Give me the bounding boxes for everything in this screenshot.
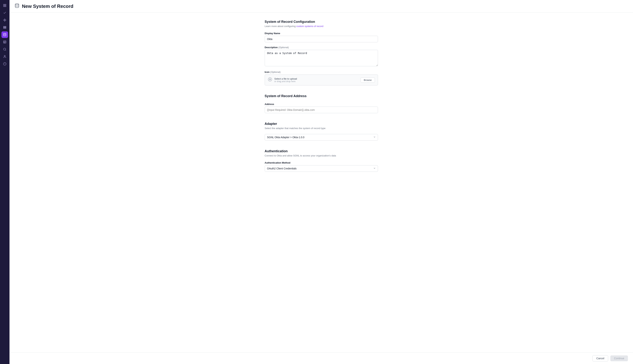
auth-method-select[interactable]: OAuth2 Client Credentials [265, 165, 378, 172]
svg-rect-0 [4, 4, 5, 5]
svg-point-4 [5, 20, 5, 20]
address-section-title: System of Record Address [265, 94, 378, 98]
sidebar-item-grid[interactable] [2, 2, 8, 9]
svg-point-5 [5, 19, 5, 19]
adapter-section-subtitle: Select the adapter that matches the syst… [265, 127, 378, 130]
sidebar-item-apps[interactable] [2, 17, 8, 23]
continue-button[interactable]: Continue [610, 356, 628, 361]
adapter-section: Adapter Select the adapter that matches … [265, 122, 378, 140]
description-field: Description (Optional) Okta as a System … [265, 46, 378, 67]
upload-icon [268, 77, 272, 83]
upload-text: Select a file to upload or drag and drop… [274, 78, 361, 83]
sidebar-item-search[interactable] [2, 46, 8, 52]
svg-point-19 [4, 55, 5, 56]
content-area: System of Record Configuration Learn mor… [10, 12, 633, 364]
adapter-select[interactable]: SGNL Okta Adapter > Okta-1.0.0 [265, 134, 378, 140]
upload-main-text: Select a file to upload [274, 78, 361, 80]
page-footer: Cancel Continue [10, 352, 633, 364]
icon-optional: (Optional) [270, 71, 281, 74]
main-panel: New System of Record System of Record Co… [10, 0, 633, 364]
svg-point-7 [4, 20, 4, 20]
svg-point-12 [4, 34, 6, 34]
upload-sub-text: or drag and drop here [274, 80, 361, 83]
svg-rect-10 [4, 27, 6, 28]
sidebar-item-user[interactable] [2, 53, 8, 60]
address-input[interactable] [265, 106, 378, 113]
auth-section-subtitle: Connect to Okta and allow SGNL to access… [265, 154, 378, 157]
auth-method-field: Authentication Method OAuth2 Client Cred… [265, 161, 378, 172]
address-field: Address [265, 103, 378, 113]
auth-method-select-wrapper: OAuth2 Client Credentials [265, 165, 378, 172]
page-header: New System of Record [10, 0, 633, 12]
auth-method-label: Authentication Method [265, 161, 378, 164]
auth-section-title: Authentication [265, 149, 378, 153]
svg-rect-1 [5, 4, 6, 5]
description-label: Description (Optional) [265, 46, 378, 49]
page-header-icon [15, 3, 19, 9]
adapter-section-title: Adapter [265, 122, 378, 126]
config-section-title: System of Record Configuration [265, 20, 378, 24]
config-section: System of Record Configuration Learn mor… [265, 20, 378, 86]
sidebar-item-check[interactable] [2, 10, 8, 16]
svg-point-6 [5, 21, 5, 21]
sidebar-item-table[interactable] [2, 39, 8, 45]
cancel-button[interactable]: Cancel [592, 355, 608, 362]
svg-rect-2 [4, 6, 5, 7]
display-name-label: Display Name [265, 32, 378, 35]
svg-rect-9 [4, 26, 6, 27]
svg-rect-13 [4, 41, 6, 43]
sidebar-item-records[interactable] [2, 32, 8, 38]
address-section: System of Record Address Address [265, 94, 378, 113]
svg-point-17 [4, 48, 6, 50]
svg-rect-3 [5, 6, 6, 7]
description-textarea[interactable]: Okta as a System of Record [265, 50, 378, 66]
form-container: System of Record Configuration Learn mor… [261, 20, 382, 172]
sidebar [0, 0, 10, 364]
config-subtitle-link[interactable]: custom systems of record [296, 25, 323, 28]
adapter-select-wrapper: SGNL Okta Adapter > Okta-1.0.0 [265, 134, 378, 140]
display-name-field: Display Name [265, 32, 378, 42]
address-label: Address [265, 103, 378, 106]
svg-rect-11 [4, 28, 6, 28]
config-section-subtitle: Learn more about configuring custom syst… [265, 25, 378, 28]
display-name-input[interactable] [265, 36, 378, 42]
page-title: New System of Record [22, 4, 74, 9]
svg-point-8 [6, 20, 6, 20]
sidebar-item-info[interactable] [2, 60, 8, 67]
svg-line-18 [5, 50, 6, 50]
file-upload-area: Select a file to upload or drag and drop… [265, 74, 378, 86]
config-subtitle-text: Learn more about configuring [265, 25, 296, 28]
icon-field: Icon (Optional) Select a file to upload … [265, 71, 378, 86]
svg-point-23 [15, 4, 19, 5]
description-optional: (Optional) [278, 46, 289, 49]
icon-label: Icon (Optional) [265, 71, 378, 74]
sidebar-item-list[interactable] [2, 24, 8, 31]
auth-section: Authentication Connect to Okta and allow… [265, 149, 378, 172]
browse-button[interactable]: Browse [361, 78, 375, 83]
